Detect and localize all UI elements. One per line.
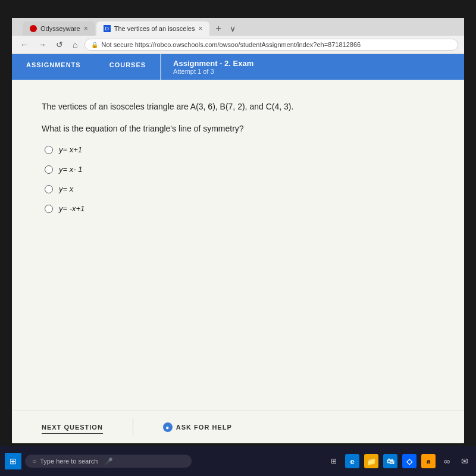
assignments-nav[interactable]: ASSIGNMENTS: [12, 54, 95, 80]
tab-odysseyware[interactable]: Odysseyware ×: [23, 21, 95, 36]
browser-window: Odysseyware × D The vertices of an isosc…: [12, 18, 464, 443]
odysseyware-icon: [30, 25, 37, 32]
refresh-button[interactable]: ↺: [54, 39, 65, 51]
tab-odysseyware-label: Odysseyware: [40, 25, 80, 32]
amazon-icon[interactable]: a: [421, 454, 436, 468]
assignment-title: Assignment - 2. Exam: [173, 59, 253, 68]
ask-for-help-label: ASK FOR HELP: [176, 424, 232, 431]
address-bar: ← → ↺ ⌂ 🔒 Not secure https://robco.owsch…: [12, 36, 464, 54]
dropbox-icon[interactable]: ◇: [402, 454, 416, 468]
back-button[interactable]: ←: [18, 39, 31, 51]
url-text: Not secure https://robco.owschools.com/o…: [101, 41, 361, 48]
new-tab-button[interactable]: +: [211, 24, 226, 33]
tab-dropdown-button[interactable]: ∨: [227, 24, 238, 33]
url-bar[interactable]: 🔒 Not secure https://robco.owschools.com…: [84, 39, 458, 51]
option-4-label: y= -x+1: [59, 204, 84, 213]
option-4[interactable]: y= -x+1: [45, 204, 434, 213]
windows-icon: ⊞: [10, 456, 17, 466]
store-icon[interactable]: 🛍: [383, 454, 397, 468]
lock-icon: 🔒: [91, 42, 98, 48]
tab-assignment-label: The vertices of an isosceles: [114, 25, 195, 32]
assignment-tab-icon: D: [104, 25, 111, 32]
files-icon[interactable]: 📁: [364, 454, 378, 468]
radio-opt2[interactable]: [45, 165, 53, 174]
option-1[interactable]: y= x+1: [45, 145, 434, 154]
attempt-label: Attempt 1 of 3: [173, 68, 253, 75]
home-button[interactable]: ⌂: [70, 39, 80, 51]
taskbar: ⊞ ○ Type here to search 🎤 ⊞ e 📁 🛍 ◇ a ∞ …: [0, 446, 476, 476]
bottom-bar: NEXT QUESTION ● ASK FOR HELP: [12, 411, 464, 443]
assignment-info: Assignment - 2. Exam Attempt 1 of 3: [160, 54, 265, 80]
tab-bar: Odysseyware × D The vertices of an isosc…: [12, 18, 464, 36]
taskbar-icons: ⊞ e 📁 🛍 ◇ a ∞ ✉: [327, 454, 471, 468]
ask-for-help-button[interactable]: ● ASK FOR HELP: [163, 422, 232, 432]
main-content: The vertices of an isosceles triangle ar…: [12, 80, 464, 411]
edge-icon[interactable]: e: [345, 454, 359, 468]
question-text: The vertices of an isosceles triangle ar…: [42, 101, 434, 113]
tab-assignment[interactable]: D The vertices of an isosceles ×: [96, 21, 210, 36]
start-button[interactable]: ⊞: [5, 453, 21, 469]
forward-button[interactable]: →: [36, 39, 49, 51]
taskbar-search-bar[interactable]: ○ Type here to search 🎤: [25, 455, 192, 468]
microphone-icon: 🎤: [105, 458, 113, 465]
option-2[interactable]: y= x- 1: [45, 165, 434, 174]
bottom-divider: [133, 418, 133, 436]
task-view-icon[interactable]: ⊞: [327, 455, 340, 468]
option-2-label: y= x- 1: [59, 165, 82, 174]
search-icon: ○: [32, 457, 36, 465]
courses-nav[interactable]: COURSES: [95, 54, 160, 80]
app-header: ASSIGNMENTS COURSES Assignment - 2. Exam…: [12, 54, 464, 80]
option-3-label: y= x: [59, 184, 73, 193]
browser-chrome: Odysseyware × D The vertices of an isosc…: [12, 18, 464, 54]
mail-icon[interactable]: ✉: [458, 455, 471, 468]
radio-opt1[interactable]: [45, 146, 53, 154]
next-question-button[interactable]: NEXT QUESTION: [42, 421, 103, 434]
tab-close-odysseyware[interactable]: ×: [84, 24, 88, 33]
question-prompt: What is the equation of the triangle's l…: [42, 124, 434, 133]
infinity-icon[interactable]: ∞: [440, 455, 453, 468]
tab-close-assignment[interactable]: ×: [198, 24, 202, 33]
radio-opt3[interactable]: [45, 185, 53, 193]
option-1-label: y= x+1: [59, 145, 82, 154]
taskbar-search-text: Type here to search: [40, 458, 98, 465]
option-3[interactable]: y= x: [45, 184, 434, 193]
radio-opt4[interactable]: [45, 205, 53, 213]
options-list: y= x+1 y= x- 1 y= x y= -x+1: [45, 145, 434, 213]
help-icon: ●: [163, 422, 173, 432]
